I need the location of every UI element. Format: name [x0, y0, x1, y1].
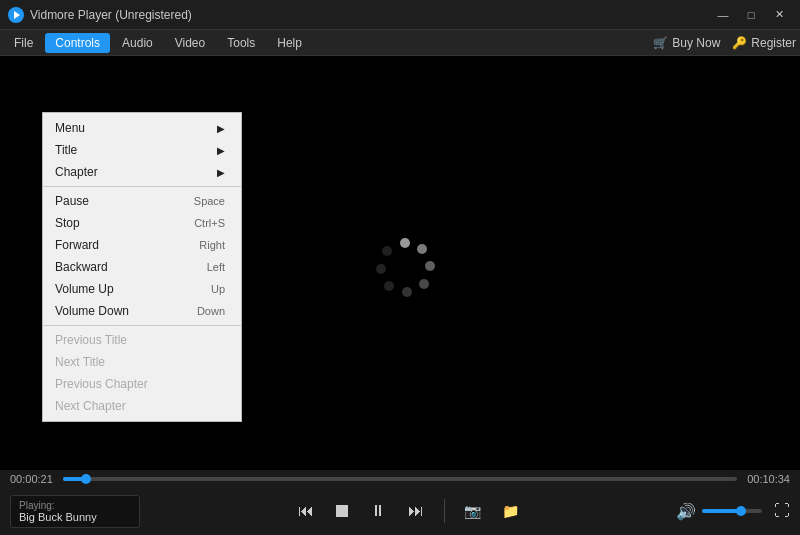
- menu-bar: File Controls Audio Video Tools Help 🛒 B…: [0, 30, 800, 56]
- video-area[interactable]: Menu ▶ Title ▶ Chapter ▶ Pause Space Sto…: [0, 56, 800, 470]
- maximize-button[interactable]: □: [738, 5, 764, 25]
- volume-track[interactable]: [702, 509, 762, 513]
- dd-next-chapter[interactable]: Next Chapter: [43, 395, 241, 417]
- dd-stop-label: Stop: [55, 216, 164, 230]
- playing-label: Playing:: [19, 500, 131, 511]
- svg-point-5: [419, 279, 429, 289]
- volume-thumb[interactable]: [736, 506, 746, 516]
- menu-file[interactable]: File: [4, 33, 43, 53]
- dd-next-title-label: Next Title: [55, 355, 225, 369]
- dd-previous-title-label: Previous Title: [55, 333, 225, 347]
- dd-next-chapter-label: Next Chapter: [55, 399, 225, 413]
- dd-forward-shortcut: Right: [199, 239, 225, 251]
- dd-previous-chapter[interactable]: Previous Chapter: [43, 373, 241, 395]
- playing-info: Playing: Big Buck Bunny: [10, 495, 140, 528]
- svg-point-9: [382, 246, 392, 256]
- progress-bar-area: 00:00:21 00:10:34: [0, 470, 800, 488]
- dd-volume-up[interactable]: Volume Up Up: [43, 278, 241, 300]
- svg-rect-10: [336, 505, 348, 517]
- progress-track[interactable]: [63, 477, 737, 481]
- menu-audio[interactable]: Audio: [112, 33, 163, 53]
- menu-help[interactable]: Help: [267, 33, 312, 53]
- dd-title-arrow: ▶: [217, 145, 225, 156]
- dd-volume-up-shortcut: Up: [211, 283, 225, 295]
- svg-point-6: [402, 287, 412, 297]
- register-button[interactable]: 🔑 Register: [732, 36, 796, 50]
- dd-separator-1: [43, 186, 241, 187]
- dd-forward-label: Forward: [55, 238, 169, 252]
- svg-point-3: [417, 244, 427, 254]
- playing-title: Big Buck Bunny: [19, 511, 131, 523]
- menu-tools[interactable]: Tools: [217, 33, 265, 53]
- dd-title-label: Title: [55, 143, 209, 157]
- key-icon: 🔑: [732, 36, 747, 50]
- menu-right: 🛒 Buy Now 🔑 Register: [653, 36, 796, 50]
- loading-spinner: [370, 233, 430, 293]
- buy-now-label: Buy Now: [672, 36, 720, 50]
- divider: [444, 499, 445, 523]
- dd-stop[interactable]: Stop Ctrl+S: [43, 212, 241, 234]
- stop-button[interactable]: [328, 497, 356, 525]
- progress-thumb[interactable]: [81, 474, 91, 484]
- dd-volume-down-shortcut: Down: [197, 305, 225, 317]
- buy-now-button[interactable]: 🛒 Buy Now: [653, 36, 720, 50]
- dd-menu-arrow: ▶: [217, 123, 225, 134]
- screenshot-button[interactable]: 📷: [457, 495, 489, 527]
- dd-backward[interactable]: Backward Left: [43, 256, 241, 278]
- dd-volume-down-label: Volume Down: [55, 304, 167, 318]
- cart-icon: 🛒: [653, 36, 668, 50]
- rewind-button[interactable]: ⏮: [290, 495, 322, 527]
- svg-point-7: [384, 281, 394, 291]
- minimize-button[interactable]: —: [710, 5, 736, 25]
- app-logo-icon: [8, 7, 24, 23]
- dd-previous-chapter-label: Previous Chapter: [55, 377, 225, 391]
- dd-backward-shortcut: Left: [207, 261, 225, 273]
- dd-volume-down[interactable]: Volume Down Down: [43, 300, 241, 322]
- folder-button[interactable]: 📁: [495, 495, 527, 527]
- window-controls: — □ ✕: [710, 5, 792, 25]
- svg-point-4: [425, 261, 435, 271]
- close-button[interactable]: ✕: [766, 5, 792, 25]
- dd-menu-label: Menu: [55, 121, 209, 135]
- fullscreen-button[interactable]: ⛶: [774, 502, 790, 520]
- center-controls: ⏮ ⏸ ⏭ 📷 📁: [140, 495, 676, 527]
- total-time: 00:10:34: [745, 473, 790, 485]
- menu-video[interactable]: Video: [165, 33, 215, 53]
- dd-next-title[interactable]: Next Title: [43, 351, 241, 373]
- svg-point-8: [376, 264, 386, 274]
- controls-bar: Playing: Big Buck Bunny ⏮ ⏸ ⏭ 📷 📁 🔊 ⛶: [0, 488, 800, 534]
- volume-icon[interactable]: 🔊: [676, 502, 696, 521]
- dd-previous-title[interactable]: Previous Title: [43, 329, 241, 351]
- dd-chapter[interactable]: Chapter ▶: [43, 161, 241, 183]
- pause-button[interactable]: ⏸: [362, 495, 394, 527]
- controls-dropdown: Menu ▶ Title ▶ Chapter ▶ Pause Space Sto…: [42, 112, 242, 422]
- dd-pause-label: Pause: [55, 194, 164, 208]
- menu-controls[interactable]: Controls: [45, 33, 110, 53]
- menu-left: File Controls Audio Video Tools Help: [4, 33, 312, 53]
- dd-stop-shortcut: Ctrl+S: [194, 217, 225, 229]
- dd-chapter-arrow: ▶: [217, 167, 225, 178]
- right-controls: 🔊 ⛶: [676, 502, 790, 521]
- current-time: 00:00:21: [10, 473, 55, 485]
- title-bar: Vidmore Player (Unregistered) — □ ✕: [0, 0, 800, 30]
- dd-pause[interactable]: Pause Space: [43, 190, 241, 212]
- dd-volume-up-label: Volume Up: [55, 282, 181, 296]
- dd-pause-shortcut: Space: [194, 195, 225, 207]
- dd-forward[interactable]: Forward Right: [43, 234, 241, 256]
- dd-title[interactable]: Title ▶: [43, 139, 241, 161]
- dd-backward-label: Backward: [55, 260, 177, 274]
- svg-point-2: [400, 238, 410, 248]
- dd-separator-2: [43, 325, 241, 326]
- forward-button[interactable]: ⏭: [400, 495, 432, 527]
- app-title: Vidmore Player (Unregistered): [30, 8, 710, 22]
- register-label: Register: [751, 36, 796, 50]
- dd-menu[interactable]: Menu ▶: [43, 117, 241, 139]
- dd-chapter-label: Chapter: [55, 165, 209, 179]
